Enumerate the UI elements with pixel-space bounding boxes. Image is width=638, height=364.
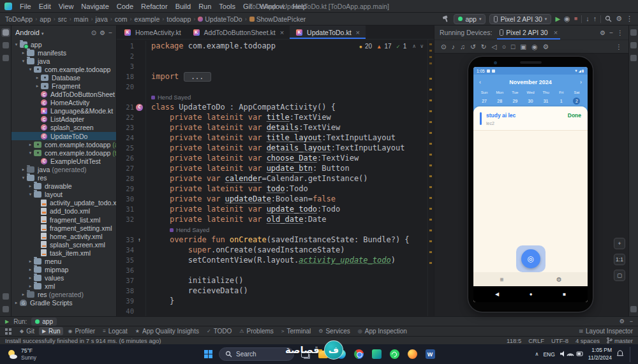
tree-item-layout[interactable]: ▾layout [11,191,116,199]
tab-pixel-2-api-30[interactable]: Pixel 2 API 30 × [497,25,560,40]
date-cell-31[interactable]: 31 [538,98,554,105]
emulator-phone[interactable]: 1:05 ▼◢▮ ‹ November 2024 › SunMonTueWedT… [468,57,593,312]
chevron-right-icon[interactable]: ▸ [27,275,33,280]
date-cell-1[interactable]: 1 [554,98,569,105]
tree-item-updatetodo[interactable]: UpdateToDo [11,132,116,140]
tree-item-add-todo-xml[interactable]: add_todo.xml [11,207,116,215]
close-icon[interactable]: × [356,29,360,36]
chevron-right-icon[interactable]: ▸ [20,292,26,297]
tool-window-app-inspection[interactable]: ◎App Inspection [355,327,410,335]
volume-down-icon[interactable]: ♫ [460,43,465,50]
menu-navigate[interactable]: Navigate [77,0,112,13]
build-tool-icon[interactable] [3,293,9,300]
tree-item-com-example-todoapp[interactable]: ▾com.example.todoapp [11,65,116,73]
tree-item-res-generated[interactable]: ▸res (generated) [11,291,116,299]
error-stripe[interactable] [427,40,434,316]
more-icon[interactable]: ⋮ [626,15,633,22]
date-cell-28[interactable]: 28 [492,98,507,105]
breadcrumb-item-app[interactable]: app [38,15,52,23]
commit-tool-icon[interactable] [3,42,9,48]
tree-item-listadapter[interactable]: ListAdapter [11,115,116,124]
next-problem-icon[interactable]: ∨ [420,41,424,52]
tree-item-res[interactable]: ▾res [11,174,116,182]
chevron-down-icon[interactable]: ▾ [20,175,26,180]
zoom-in-button[interactable]: + [614,238,625,249]
nav-back-icon[interactable]: ◀ [495,291,499,297]
power-icon[interactable]: ⊙ [441,43,447,50]
chevron-right-icon[interactable]: ▸ [27,184,33,189]
tree-item-com-example-todoapp-test[interactable]: ▾com.example.todoapp (test) [11,149,116,157]
add-task-fab[interactable]: ◎ [521,249,540,268]
project-view-selector[interactable]: Android ▾ [15,29,44,36]
list-view-icon[interactable]: ≡ [473,276,531,283]
tool-window-terminal[interactable]: >Terminal [278,327,314,335]
code-editor[interactable]: 1package com.example.todoapp2318import .… [117,40,434,316]
tab-addtodobuttonsheet-kt[interactable]: AddToDoButtonSheet.kt× [187,25,290,39]
tool-window-todo[interactable]: ✓TODO [204,327,235,335]
settings-icon[interactable]: ⚙ [100,29,105,36]
start-button[interactable] [201,347,215,361]
tool-windows-icon[interactable] [5,328,11,335]
override-gutter-icon[interactable]: ↑ [136,237,143,244]
chevron-right-icon[interactable]: ▸ [27,142,33,147]
clock[interactable]: 1:05 PM 11/2/2024 [588,347,612,361]
menu-view[interactable]: View [55,0,78,13]
run-config-select[interactable]: app ▾ [454,14,486,24]
date-cell-29[interactable]: 29 [507,98,523,105]
menu-window[interactable]: Window [256,0,288,13]
zoom-actual-button[interactable]: 1:1 [614,254,625,265]
inspections-widget[interactable]: ●20 ▲17 ✓1 ∧ ∨ [359,41,424,52]
chevron-right-icon[interactable]: ▸ [27,284,33,289]
rotate-left-icon[interactable]: ↺ [470,43,476,50]
settings-icon[interactable]: ⚙ [616,15,622,22]
breadcrumb-item-showdatepicker[interactable]: ShowDatePicker [248,15,308,23]
tree-item-gradle-scripts[interactable]: ▸Gradle Scripts [11,299,116,307]
breadcrumb-item-todoapp[interactable]: todoapp [165,15,192,23]
chevron-right-icon[interactable]: ▸ [27,267,33,272]
phone-screen[interactable]: 1:05 ▼◢▮ ‹ November 2024 › SunMonTueWedT… [473,67,588,302]
run-tab-app[interactable]: app [31,317,57,326]
overview-icon[interactable]: □ [511,43,515,50]
tree-item-menu[interactable]: ▸menu [11,257,116,265]
tool-window-profiler[interactable]: ◉Profiler [64,327,98,335]
tree-item-activity-update-todo-xml[interactable]: activity_update_todo.xml [11,199,116,207]
settings-icon[interactable]: ⚙ [619,318,625,324]
chevron-down-icon[interactable]: ▾ [20,59,26,64]
settings-icon[interactable]: ⚙ [600,29,605,36]
zoom-fit-button[interactable]: ▢ [614,270,625,281]
gradle-icon[interactable] [630,55,637,61]
screen-record-icon[interactable]: ◉ [531,43,537,50]
layout-inspector-button[interactable]: ⊞Layout Inspector [579,328,633,335]
menu-tools[interactable]: Tools [215,0,239,13]
prev-month-icon[interactable]: ‹ [479,79,481,85]
device-manager-icon[interactable] [630,29,637,36]
debug-button[interactable]: ◉ [564,15,570,22]
tree-item-manifests[interactable]: ▸manifests [11,48,116,57]
word-icon[interactable]: W [423,347,437,361]
tree-item-mipmap[interactable]: ▸mipmap [11,266,116,274]
project-tool-icon[interactable] [3,29,9,36]
caret-position[interactable]: 118:5 [507,337,521,344]
tray-overflow-icon[interactable]: ∧ [535,351,539,357]
prev-problem-icon[interactable]: ∧ [412,41,416,52]
hide-panel-icon[interactable]: − [609,29,613,36]
tray-status-icons[interactable] [560,350,584,359]
line-ending[interactable]: CRLF [528,337,544,344]
rotate-right-icon[interactable]: ↻ [481,43,487,50]
git-branch[interactable]: master [607,337,633,344]
tree-item-fragment[interactable]: ▸Fragment [11,82,116,90]
hide-panel-icon[interactable]: − [108,29,112,36]
settings-icon[interactable]: ⚙ [531,276,588,283]
emulator-tool-icon[interactable] [630,306,637,312]
chevron-down-icon[interactable]: ▾ [27,67,33,72]
class-gutter-icon[interactable]: C [136,104,143,111]
breadcrumb-item-example[interactable]: example [133,15,161,23]
android-studio-icon[interactable] [369,347,383,361]
chrome-icon[interactable] [352,347,366,361]
nav-home-icon[interactable]: ● [530,291,533,297]
tree-item-java[interactable]: ▾java [11,57,116,65]
tool-window-app-quality-insights[interactable]: ★App Quality Insights [132,327,202,335]
task-done-button[interactable]: Done [568,112,581,119]
next-month-icon[interactable]: › [580,79,582,85]
menu-file[interactable]: File [16,0,35,13]
